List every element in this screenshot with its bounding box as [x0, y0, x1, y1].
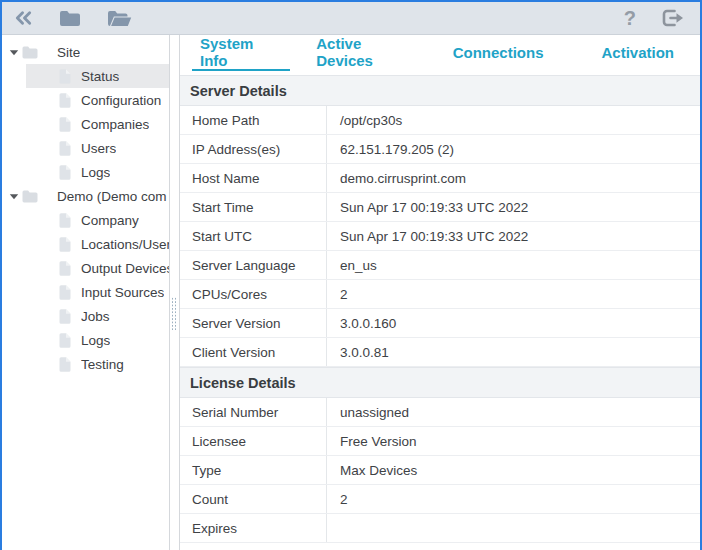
section-header-license-details: License Details	[180, 367, 700, 398]
page-icon	[59, 69, 71, 84]
tree-item-label: Companies	[81, 117, 149, 132]
table-row-start-utc: Start UTCSun Apr 17 00:19:33 UTC 2022	[180, 222, 700, 251]
row-value: Max Devices	[327, 456, 700, 484]
tab-bar: System InfoActive DevicesConnectionsActi…	[180, 35, 700, 71]
tab-connections[interactable]: Connections	[445, 35, 552, 71]
help-icon[interactable]: ?	[624, 8, 636, 28]
folder-icon	[22, 46, 38, 59]
tree-item-status[interactable]: Status	[2, 64, 169, 88]
logout-icon[interactable]	[662, 9, 684, 27]
row-label: Server Language	[180, 251, 327, 279]
table-row-server-language: Server Languageen_us	[180, 251, 700, 280]
tree-item-demo-demo-com[interactable]: Demo (Demo com	[2, 184, 169, 208]
row-value: Sun Apr 17 00:19:33 UTC 2022	[327, 193, 700, 221]
table-row-client-version: Client Version3.0.0.81	[180, 338, 700, 367]
page-icon	[59, 213, 71, 228]
tree-item-users[interactable]: Users	[2, 136, 169, 160]
tree-item-configuration[interactable]: Configuration	[2, 88, 169, 112]
row-label: Client Version	[180, 338, 327, 366]
navigation-tree: SiteStatusConfigurationCompaniesUsersLog…	[2, 35, 169, 550]
page-icon	[59, 309, 71, 324]
tree-item-label: Locations/Users	[81, 237, 169, 252]
table-row-count: Count2	[180, 485, 700, 514]
tree-item-label: Configuration	[81, 93, 161, 108]
main-panel: System InfoActive DevicesConnectionsActi…	[180, 35, 700, 550]
tree-item-label: Status	[81, 69, 119, 84]
row-value: 3.0.0.160	[327, 309, 700, 337]
page-icon	[59, 285, 71, 300]
row-value: unassigned	[327, 398, 700, 426]
tree-item-label: Logs	[81, 165, 110, 180]
toolbar: ?	[2, 2, 700, 35]
row-value: 3.0.0.81	[327, 338, 700, 366]
row-label: Home Path	[180, 106, 327, 134]
folder-icon	[22, 190, 38, 203]
tree-item-label: Output Devices	[81, 261, 169, 276]
tab-active-devices[interactable]: Active Devices	[308, 35, 426, 71]
row-label: Serial Number	[180, 398, 327, 426]
tree-item-label: Users	[81, 141, 116, 156]
folder-open-icon[interactable]	[107, 10, 132, 27]
row-label: Licensee	[180, 427, 327, 455]
section-header-server-details: Server Details	[180, 75, 700, 106]
row-label: Count	[180, 485, 327, 513]
page-icon	[59, 237, 71, 252]
row-label: Start Time	[180, 193, 327, 221]
tree-item-logs[interactable]: Logs	[2, 328, 169, 352]
tree-item-company[interactable]: Company	[2, 208, 169, 232]
row-label: Type	[180, 456, 327, 484]
tree-item-label: Input Sources	[81, 285, 164, 300]
row-value: en_us	[327, 251, 700, 279]
row-value: 2	[327, 485, 700, 513]
row-label: Host Name	[180, 164, 327, 192]
row-value: /opt/cp30s	[327, 106, 700, 134]
tree-item-label: Site	[57, 45, 80, 60]
tree-item-label: Company	[81, 213, 139, 228]
row-value: Sun Apr 17 00:19:33 UTC 2022	[327, 222, 700, 250]
table-row-home-path: Home Path/opt/cp30s	[180, 106, 700, 135]
tree-item-site[interactable]: Site	[2, 40, 169, 64]
table-row-licensee: LicenseeFree Version	[180, 427, 700, 456]
expander-caret-down-icon[interactable]	[9, 49, 22, 56]
table-row-start-time: Start TimeSun Apr 17 00:19:33 UTC 2022	[180, 193, 700, 222]
row-label: Start UTC	[180, 222, 327, 250]
tab-system-info[interactable]: System Info	[192, 35, 290, 71]
row-value	[327, 514, 700, 542]
page-icon	[59, 261, 71, 276]
tree-item-label: Testing	[81, 357, 124, 372]
row-value: Free Version	[327, 427, 700, 455]
page-icon	[59, 93, 71, 108]
row-label: Expires	[180, 514, 327, 542]
page-icon	[59, 333, 71, 348]
tree-item-label: Demo (Demo com	[57, 189, 167, 204]
row-value: 62.151.179.205 (2)	[327, 135, 700, 163]
tree-item-locations-users[interactable]: Locations/Users	[2, 232, 169, 256]
table-row-serial-number: Serial Numberunassigned	[180, 398, 700, 427]
table-row-cpus-cores: CPUs/Cores2	[180, 280, 700, 309]
details-table: Server DetailsHome Path/opt/cp30sIP Addr…	[180, 75, 700, 550]
page-icon	[59, 165, 71, 180]
tree-item-output-devices[interactable]: Output Devices	[2, 256, 169, 280]
collapse-sidebar-icon[interactable]	[14, 10, 33, 26]
page-icon	[59, 117, 71, 132]
page-icon	[59, 357, 71, 372]
folder-closed-icon[interactable]	[59, 10, 81, 27]
row-label: Server Version	[180, 309, 327, 337]
table-row-expires: Expires	[180, 514, 700, 543]
tree-item-logs[interactable]: Logs	[2, 160, 169, 184]
expander-caret-down-icon[interactable]	[9, 193, 22, 200]
sidebar-splitter[interactable]	[169, 35, 180, 550]
row-label: CPUs/Cores	[180, 280, 327, 308]
tree-item-jobs[interactable]: Jobs	[2, 304, 169, 328]
tree-item-testing[interactable]: Testing	[2, 352, 169, 376]
window-body: SiteStatusConfigurationCompaniesUsersLog…	[2, 35, 700, 550]
row-value: 2	[327, 280, 700, 308]
app-window: ? SiteStatusConfigurationCompaniesUsersL…	[0, 0, 702, 550]
tab-activation[interactable]: Activation	[593, 35, 682, 71]
table-row-ip-address-es: IP Address(es)62.151.179.205 (2)	[180, 135, 700, 164]
tree-item-label: Logs	[81, 333, 110, 348]
table-row-host-name: Host Namedemo.cirrusprint.com	[180, 164, 700, 193]
tree-item-companies[interactable]: Companies	[2, 112, 169, 136]
splitter-drag-handle-icon[interactable]	[171, 297, 178, 331]
tree-item-input-sources[interactable]: Input Sources	[2, 280, 169, 304]
